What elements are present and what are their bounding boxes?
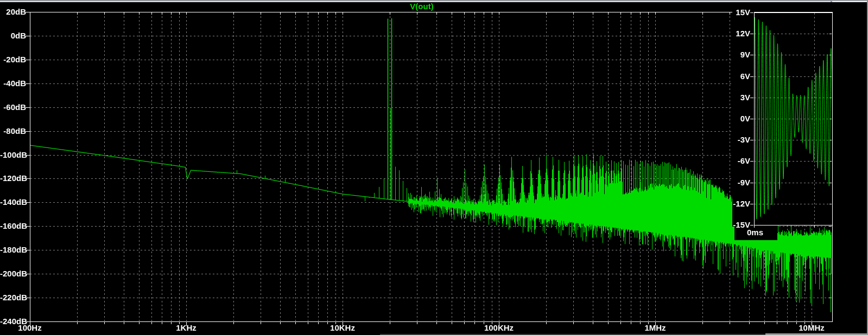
y-axis-tick-label: 0dB	[0, 31, 26, 40]
y-axis-tick-label: -60dB	[0, 103, 26, 112]
inset-time-tick-label: 0ms	[747, 228, 780, 237]
x-axis-tick-label: 1KHz	[162, 324, 211, 332]
y-axis-tick-label: -100dB	[0, 151, 26, 159]
y-axis-tick-label: -80dB	[0, 127, 26, 136]
inset-y-tick-label: 15V	[707, 8, 750, 17]
inset-y-tick-label: -9V	[707, 178, 750, 187]
inset-y-tick-label: 6V	[707, 72, 750, 81]
inset-y-tick-label: -12V	[707, 199, 750, 208]
x-axis-tick-label: 10KHz	[318, 324, 367, 332]
y-axis-tick-label: -200dB	[0, 269, 26, 278]
inset-y-tick-label: 9V	[707, 50, 750, 59]
inset-y-tick-label: 3V	[707, 93, 750, 102]
y-axis-tick-label: -20dB	[0, 55, 26, 64]
plot-title[interactable]: V(out)	[370, 2, 473, 11]
y-axis-tick-label: 20dB	[0, 8, 26, 16]
x-axis-tick-label: 1MHz	[631, 324, 680, 332]
x-axis-tick-label: 100Hz	[5, 324, 54, 332]
x-axis-tick-label: 100KHz	[474, 324, 523, 332]
y-axis-tick-label: -140dB	[0, 198, 26, 207]
y-axis-tick-label: -220dB	[0, 293, 26, 302]
x-axis-tick-label: 10MHz	[787, 324, 836, 332]
y-axis-tick-label: -40dB	[0, 79, 26, 88]
y-axis-tick-label: -120dB	[0, 174, 26, 183]
inset-y-tick-label: 12V	[707, 29, 750, 38]
y-axis-tick-label: -160dB	[0, 222, 26, 230]
inset-y-tick-label: 0V	[707, 114, 750, 123]
inset-y-tick-label: -3V	[707, 136, 750, 144]
inset-y-tick-label: -15V	[707, 221, 750, 229]
y-axis-tick-label: -180dB	[0, 246, 26, 254]
plot-window: V(out) 20dB0dB-20dB-40dB-60dB-80dB-100dB…	[0, 0, 868, 335]
inset-y-tick-label: -6V	[707, 157, 750, 165]
